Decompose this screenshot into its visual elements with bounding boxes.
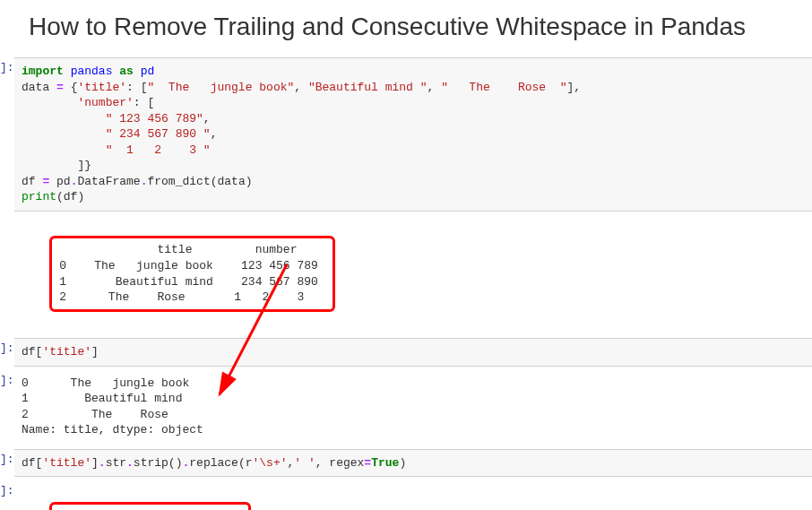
input-prompt: ]: xyxy=(0,57,14,74)
output-block-1: title number 0 The jungle book 123 456 7… xyxy=(14,215,812,333)
page-title: How to Remove Trailing and Consecutive W… xyxy=(29,13,812,41)
output-cell-1: title number 0 The jungle book 123 456 7… xyxy=(0,215,812,333)
output-cell-3: ]: 0 The jungle book 1 Beautiful mind 2 … xyxy=(0,480,812,510)
output-prompt: ]: xyxy=(0,370,14,387)
output-block-2: 0 The jungle book 1 Beautiful mind 2 The… xyxy=(14,370,812,444)
code-cell-3: ]: df['title'].str.strip().replace(r'\s+… xyxy=(0,449,812,478)
output-block-3: 0 The jungle book 1 Beautiful mind 2 The… xyxy=(14,480,812,510)
code-block-2[interactable]: df['title'] xyxy=(14,338,812,367)
code-cell-1: ]: import pandas as pd data = {'title': … xyxy=(0,57,812,212)
highlighted-output-1: title number 0 The jungle book 123 456 7… xyxy=(49,236,334,311)
input-prompt: ]: xyxy=(0,449,14,466)
output-prompt: ]: xyxy=(0,480,14,497)
code-block-1[interactable]: import pandas as pd data = {'title': [" … xyxy=(14,57,812,212)
output-prompt xyxy=(0,215,14,219)
highlighted-output-2: 0 The jungle book 1 Beautiful mind 2 The… xyxy=(49,502,251,510)
output-cell-2: ]: 0 The jungle book 1 Beautiful mind 2 … xyxy=(0,370,812,444)
input-prompt: ]: xyxy=(0,338,14,355)
code-block-3[interactable]: df['title'].str.strip().replace(r'\s+','… xyxy=(14,449,812,478)
code-cell-2: ]: df['title'] xyxy=(0,338,812,367)
